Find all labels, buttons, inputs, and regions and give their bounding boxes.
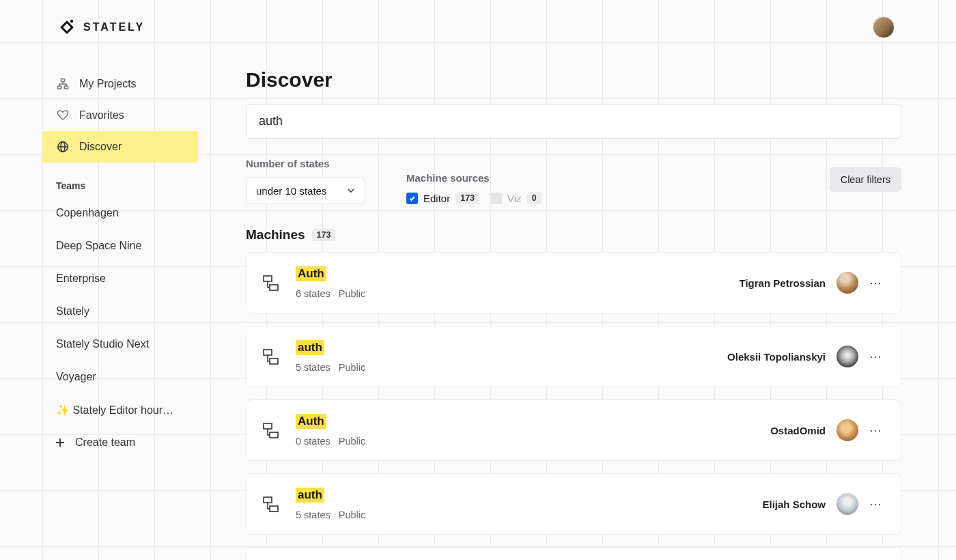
source-count-badge: 0 [527,192,542,204]
sidebar-item-discover[interactable]: Discover [42,131,198,163]
sidebar-item-my-projects[interactable]: My Projects [0,68,205,100]
machine-card[interactable]: auth 5 states Public Oleksii Topoliansky… [246,326,901,387]
filter-machine-sources: Machine sources Editor 173 Viz 0 [406,172,542,204]
checkbox-unchecked-icon [490,193,502,204]
machine-name: auth [296,340,324,355]
team-item[interactable]: ✨ Stately Editor hour… [0,393,191,427]
machine-name: Auth [296,266,326,281]
machine-icon [262,494,282,514]
author-avatar[interactable] [836,272,858,294]
machine-visibility: Public [339,362,366,373]
machine-visibility: Public [339,288,366,299]
more-actions-button[interactable]: ⋯ [869,277,886,289]
author-name: Elijah Schow [762,499,826,510]
author-avatar[interactable] [836,419,858,441]
machine-icon [262,272,282,293]
svg-rect-11 [270,359,278,364]
author-name: Tigran Petrossian [740,277,826,289]
source-editor-checkbox[interactable]: Editor 173 [406,192,479,204]
sidebar-item-label: Favorites [79,109,124,122]
checkbox-checked-icon [406,193,418,204]
page-title: Discover [246,68,901,92]
source-viz-checkbox[interactable]: Viz 0 [490,192,542,204]
teams-heading: Teams [0,163,205,197]
more-actions-button[interactable]: ⋯ [869,350,886,363]
machine-icon [262,346,282,367]
author-name: OstadOmid [770,425,826,436]
svg-rect-10 [264,350,272,355]
source-count-badge: 173 [455,192,479,204]
machine-icon [262,420,282,440]
svg-rect-3 [61,79,65,82]
team-item[interactable]: Copenhagen [0,197,191,229]
machine-card[interactable]: Auth 0 states Public OstadOmid ⋯ [246,400,901,461]
machine-states: 0 states [296,436,331,447]
filter-row: Number of states under 10 states Machine… [246,158,901,204]
sidebar-item-label: My Projects [79,78,137,90]
machine-name: Auth [296,414,326,429]
more-actions-button[interactable]: ⋯ [869,424,886,436]
machines-heading: Machines [246,227,305,242]
machines-section-head: Machines 173 [246,227,901,242]
svg-point-2 [70,20,73,23]
create-team-button[interactable]: Create team [0,427,205,458]
logo[interactable]: STATELY [57,18,145,37]
more-actions-button[interactable]: ⋯ [869,498,886,510]
plus-icon [55,437,66,448]
clear-filters-button[interactable]: Clear filters [830,167,901,192]
team-item[interactable]: Stately [0,295,191,328]
user-avatar[interactable] [873,16,895,38]
team-item[interactable]: Deep Space Nine [0,229,191,262]
machine-visibility: Public [339,509,366,520]
filter-label: Number of states [246,158,365,169]
sidebar: My Projects Favorites Discover Teams Cop… [0,0,205,560]
states-select[interactable]: under 10 states [246,178,365,204]
logo-mark-icon [57,18,76,37]
author-avatar[interactable] [836,346,858,367]
main-content: Discover Number of states under 10 state… [205,0,956,560]
header: STATELY [0,0,956,55]
states-select-value: under 10 states [256,185,326,197]
machine-card[interactable]: auth 5 states Public Elijah Schow ⋯ [246,473,901,535]
machine-states: 5 states [296,362,331,373]
author-name: Oleksii Topolianskyi [727,351,826,363]
team-item[interactable]: Stately Studio Next [0,328,191,361]
logo-text: STATELY [83,21,145,33]
svg-rect-5 [65,86,68,89]
svg-rect-4 [58,86,61,89]
svg-rect-9 [270,285,278,290]
projects-icon [56,77,70,91]
machine-states: 5 states [296,509,331,520]
author-avatar[interactable] [836,493,858,515]
team-item[interactable]: Voyager [0,361,191,393]
filter-label: Machine sources [406,172,542,184]
source-label: Editor [423,193,450,204]
team-item[interactable]: Enterprise [0,262,191,295]
svg-rect-8 [264,276,272,281]
machine-name: auth [296,488,324,503]
heart-icon [56,109,70,122]
machine-card[interactable]: Auth ⋯ [246,547,901,560]
chevron-down-icon [347,185,355,197]
svg-rect-14 [264,497,272,503]
sidebar-item-favorites[interactable]: Favorites [0,100,205,131]
source-label: Viz [507,193,522,204]
globe-icon [56,140,70,154]
sidebar-item-label: Discover [79,141,122,153]
search-input[interactable] [246,104,901,139]
machines-total-badge: 173 [312,229,336,241]
machine-card[interactable]: Auth 6 states Public Tigran Petrossian ⋯ [246,252,901,313]
machine-visibility: Public [339,436,366,447]
svg-rect-12 [264,423,272,429]
filter-number-of-states: Number of states under 10 states [246,158,365,204]
create-team-label: Create team [75,436,135,449]
machine-states: 6 states [296,288,331,299]
machine-list: Auth 6 states Public Tigran Petrossian ⋯ [246,252,901,560]
svg-rect-15 [270,506,278,512]
svg-rect-13 [270,432,278,438]
